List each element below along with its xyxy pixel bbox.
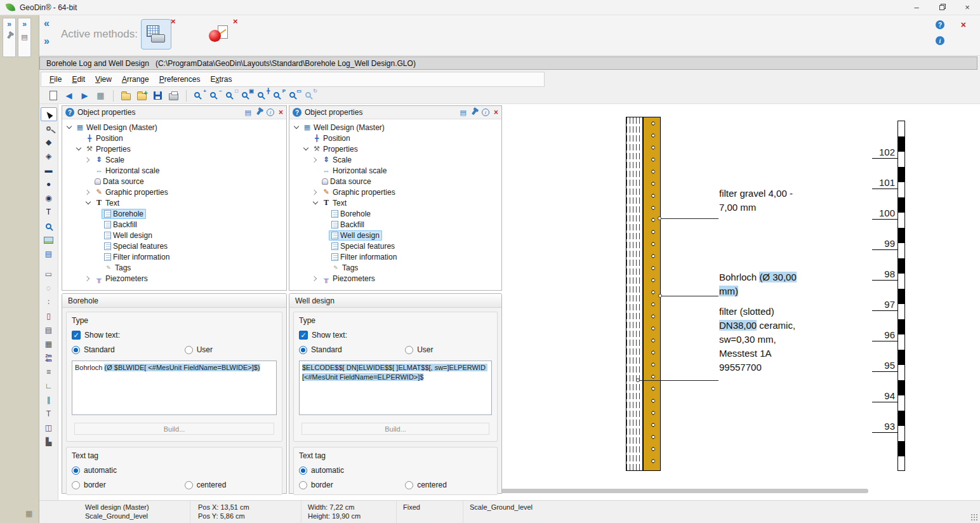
menu-preferences[interactable]: Preferences [155,73,205,86]
tree-item-position[interactable]: ╋Position [291,133,500,143]
tree-expander-icon[interactable] [84,188,92,196]
tree-expander-icon[interactable] [84,156,92,164]
tree-expander-icon[interactable] [311,274,319,282]
horizontal-scrollbar-thumb[interactable] [489,489,868,493]
close-icon[interactable]: × [279,108,283,117]
docked-panel-strip-1[interactable]: » [3,18,16,57]
tree-item-position[interactable]: ╋Position [63,133,285,143]
scale-2m4m-tool-button[interactable]: 2m 4m [41,351,57,365]
table-tool-button[interactable]: ◫ [41,421,57,435]
show-text-checkbox[interactable]: ✓ [72,331,81,340]
centered-radio[interactable] [405,481,413,489]
zoom-window-button[interactable]: □ [223,89,238,103]
tree-item-well-design-master-[interactable]: ▦Well Design (Master) [63,122,285,133]
method-data-entry[interactable] [203,19,234,50]
user-radio[interactable] [185,346,193,354]
tree-item-special-features[interactable]: Special features [291,241,500,251]
tree-expander-icon[interactable] [311,188,319,196]
help-icon[interactable]: ? [936,20,944,29]
border-radio[interactable] [72,481,80,489]
zoom-tool-button[interactable] [41,219,57,233]
menu-file[interactable]: File [45,73,66,86]
corner-tool-button[interactable]: ∟ [41,379,57,393]
dock-grid-icon[interactable]: ▦ [25,509,32,518]
menu-extras[interactable]: Extras [206,73,236,86]
tree-item-properties[interactable]: ⚒Properties [291,143,500,154]
image-tool-button[interactable] [41,233,57,247]
tree-expander-icon[interactable] [311,156,319,164]
zoom-refresh-button[interactable]: ↻ [303,89,317,103]
circle-tool-button[interactable]: ◉ [41,191,57,205]
pointer-tool-button[interactable] [41,107,57,121]
minimize-button[interactable]: – [904,0,929,15]
borehole-annotation[interactable]: Bohrloch (Ø 30,00 mm) [719,270,830,298]
tree-item-text[interactable]: TText [63,197,285,208]
rectangle-tool-button[interactable]: ▬ [41,163,57,177]
probe-tool-button[interactable] [41,121,57,135]
guides-tool-button[interactable]: ∶ [41,295,57,309]
borehole-hatch-column[interactable] [626,117,643,471]
close-button[interactable]: × [955,0,980,15]
nav-forward-button[interactable]: ▶ [77,89,92,103]
automatic-radio[interactable] [299,467,307,475]
standard-radio[interactable] [299,346,307,354]
help-icon[interactable]: ? [65,108,74,117]
menu-arrange[interactable]: Arrange [117,73,154,86]
tree-item-graphic-properties[interactable]: ✎Graphic properties [63,187,285,197]
user-radio[interactable] [405,346,413,354]
automatic-radio[interactable] [72,467,80,475]
frame-tool-button[interactable]: ▯ [41,309,57,323]
build-button[interactable]: Build... [74,423,274,435]
tree-item-data-source[interactable]: Data source [291,176,500,187]
form-icon[interactable]: ▤ [245,109,251,117]
polygon-tool-button[interactable]: ◆ [41,135,57,149]
zoom-in-button[interactable]: + [192,89,206,103]
expand-chevron-icon[interactable]: » [44,36,50,47]
tile-windows-button[interactable]: ▦ [93,89,108,103]
freeform-tool-button[interactable]: ◈ [41,149,57,163]
tree-item-well-design[interactable]: Well design [291,230,500,241]
filter-gravel-annotation[interactable]: filter gravel 4,00 - 7,00 mm [719,187,830,215]
objects-list-icon[interactable]: ▤ [21,34,27,41]
media-tool-button[interactable]: ▤ [41,247,57,261]
tree-item-text[interactable]: TText [291,197,500,208]
zoom-all-button[interactable]: ╋ [255,89,270,103]
tree-item-borehole[interactable]: Borehole [291,208,500,219]
tree-item-piezometers[interactable]: ╥Piezometers [63,273,285,284]
info-icon[interactable]: i [936,36,944,45]
tree-item-well-design[interactable]: Well design [63,230,285,241]
docked-panel-strip-2[interactable]: » ▤ [18,18,31,57]
help-icon[interactable]: ? [293,108,301,117]
tree-item-graphic-properties[interactable]: ✎Graphic properties [291,187,500,197]
tree-expander-icon[interactable] [84,199,92,207]
well-design-preview[interactable]: filter gravel 4,00 - 7,00 mm Bohrloch (Ø… [503,104,980,500]
tree-expander-icon[interactable] [65,123,73,131]
close-icon[interactable]: × [494,108,498,117]
tree-item-horizontal-scale[interactable]: ⇔Horizontal scale [63,165,285,176]
tree-item-scale[interactable]: ⇕Scale [291,154,500,165]
tree-item-filter-information[interactable]: Filter information [291,251,500,262]
close-icon[interactable]: × [961,20,966,30]
folder-open-button[interactable] [119,89,133,103]
label-tool-button[interactable]: T [41,407,57,421]
standard-radio[interactable] [72,346,80,354]
collapse-chevron-icon[interactable]: « [44,18,50,29]
page-setup-button[interactable] [46,89,60,103]
tree-expander-icon[interactable] [292,123,300,131]
tree-item-tags[interactable]: ✎Tags [291,262,500,273]
show-text-checkbox[interactable]: ✓ [299,331,308,340]
tree-item-data-source[interactable]: Data source [63,176,285,187]
tree-item-well-design-master-[interactable]: ▦Well Design (Master) [291,122,500,133]
tree-item-backfill[interactable]: Backfill [291,219,500,230]
info-icon[interactable]: i [267,109,274,116]
close-method-icon[interactable]: × [233,17,238,25]
form-tool-button[interactable]: ▤ [41,323,57,337]
save-button[interactable] [150,89,165,103]
tree-item-tags[interactable]: ✎Tags [63,262,285,273]
tree-expander-icon[interactable] [84,274,92,282]
grid-tool-button[interactable]: ▦ [41,337,57,351]
tree-item-borehole[interactable]: Borehole [63,208,285,219]
tree-item-piezometers[interactable]: ╥Piezometers [291,273,500,284]
pin-icon[interactable] [256,110,262,116]
tree-expander-icon[interactable] [301,145,310,153]
